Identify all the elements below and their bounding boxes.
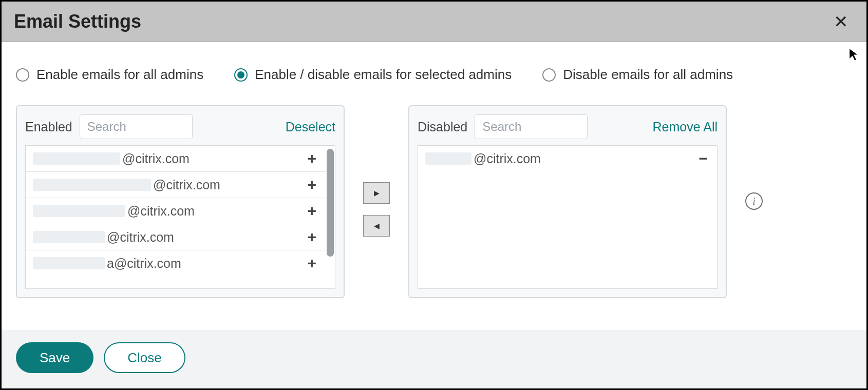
deselect-link[interactable]: Deselect xyxy=(286,120,335,134)
email-suffix: @citrix.com xyxy=(122,151,190,166)
add-icon[interactable]: + xyxy=(305,177,318,192)
arrow-right-icon: ▶ xyxy=(374,189,380,197)
add-icon[interactable]: + xyxy=(305,256,318,271)
titlebar: Email Settings ✕ xyxy=(2,2,866,42)
email-suffix: a@citrix.com xyxy=(107,256,181,271)
enabled-list-wrap: @citrix.com + @citrix.com + @cit xyxy=(25,145,335,289)
redacted-text xyxy=(33,179,151,191)
close-button[interactable]: Close xyxy=(104,342,185,373)
email-suffix: @citrix.com xyxy=(107,230,174,245)
email-settings-dialog: Email Settings ✕ Enable emails for all a… xyxy=(0,0,868,390)
radio-enable-selected[interactable]: Enable / disable emails for selected adm… xyxy=(234,67,512,83)
radio-circle-icon xyxy=(234,68,248,82)
dialog-title: Email Settings xyxy=(14,11,141,32)
remove-icon[interactable]: − xyxy=(696,151,710,166)
list-item[interactable]: @citrix.com + xyxy=(26,224,326,250)
radio-label: Disable emails for all admins xyxy=(563,67,733,83)
disabled-search-input[interactable] xyxy=(475,114,588,139)
panel-head: Disabled Remove All xyxy=(418,114,718,145)
list-item[interactable]: a@citrix.com + xyxy=(26,250,326,276)
panel-title: Enabled xyxy=(25,120,72,134)
radio-enable-all[interactable]: Enable emails for all admins xyxy=(16,67,203,83)
enabled-search-input[interactable] xyxy=(80,114,193,139)
list-item[interactable]: @citrix.com + xyxy=(26,198,326,224)
list-item[interactable]: @citrix.com − xyxy=(418,146,717,171)
transfer-row: Enabled Deselect @citrix.com + xyxy=(16,105,852,298)
radio-circle-icon xyxy=(542,68,556,82)
scrollbar[interactable] xyxy=(327,149,334,257)
email-suffix: @citrix.com xyxy=(153,178,220,192)
info-icon[interactable]: i xyxy=(745,192,763,210)
close-icon[interactable]: ✕ xyxy=(829,11,852,32)
remove-all-link[interactable]: Remove All xyxy=(653,120,718,134)
move-right-button[interactable]: ▶ xyxy=(363,182,390,204)
radio-label: Enable / disable emails for selected adm… xyxy=(255,67,512,83)
transfer-arrows: ▶ ◀ xyxy=(363,182,390,237)
disabled-list: @citrix.com − xyxy=(418,146,717,288)
add-icon[interactable]: + xyxy=(305,203,318,219)
radio-group: Enable emails for all admins Enable / di… xyxy=(16,67,852,83)
email-suffix: @citrix.com xyxy=(474,151,541,166)
dialog-body: Enable emails for all admins Enable / di… xyxy=(2,42,866,330)
add-icon[interactable]: + xyxy=(305,229,318,245)
enabled-list: @citrix.com + @citrix.com + @cit xyxy=(26,146,326,288)
redacted-text xyxy=(33,257,105,269)
list-item[interactable]: @citrix.com + xyxy=(26,172,326,198)
arrow-left-icon: ◀ xyxy=(374,222,380,230)
add-icon[interactable]: + xyxy=(305,151,318,166)
dialog-footer: Save Close xyxy=(2,330,866,388)
panel-head: Enabled Deselect xyxy=(25,114,335,145)
panel-title: Disabled xyxy=(418,120,467,134)
radio-label: Enable emails for all admins xyxy=(36,67,203,83)
radio-circle-icon xyxy=(16,68,29,82)
disabled-panel: Disabled Remove All @citrix.com − xyxy=(408,105,727,298)
disabled-list-wrap: @citrix.com − xyxy=(418,145,718,289)
cursor-icon xyxy=(847,47,861,62)
redacted-text xyxy=(33,231,105,243)
radio-disable-all[interactable]: Disable emails for all admins xyxy=(542,67,733,83)
redacted-text xyxy=(33,205,125,217)
redacted-text xyxy=(33,152,120,165)
enabled-panel: Enabled Deselect @citrix.com + xyxy=(16,105,345,298)
email-suffix: @citrix.com xyxy=(127,204,195,219)
info-column: i xyxy=(745,192,763,210)
radio-dot-icon xyxy=(237,71,244,79)
move-left-button[interactable]: ◀ xyxy=(363,215,390,237)
save-button[interactable]: Save xyxy=(16,342,93,373)
list-item[interactable]: @citrix.com + xyxy=(26,146,326,172)
redacted-text xyxy=(425,152,471,165)
